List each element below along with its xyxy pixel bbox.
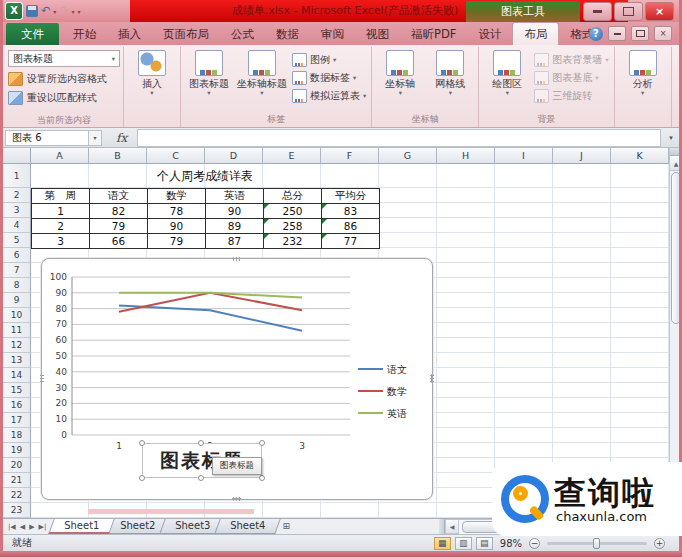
row-header-10[interactable]: 10: [3, 308, 31, 323]
cell[interactable]: 250: [264, 204, 322, 219]
row-header-15[interactable]: 15: [3, 383, 31, 398]
column-header-F[interactable]: F: [321, 148, 379, 164]
axes-button[interactable]: 坐标轴 ▾: [375, 48, 425, 97]
title-handle[interactable]: [198, 440, 204, 446]
ribbon-tab-公式[interactable]: 公式: [220, 23, 265, 45]
row-header-1[interactable]: 1: [3, 164, 31, 188]
column-header-A[interactable]: A: [31, 148, 89, 164]
zoom-in-button[interactable]: +: [654, 538, 665, 549]
column-header-B[interactable]: B: [89, 148, 147, 164]
row-header-11[interactable]: 11: [3, 323, 31, 338]
cell[interactable]: 232: [264, 234, 322, 249]
row-header-21[interactable]: 21: [3, 473, 31, 488]
cell[interactable]: 第 周: [32, 189, 90, 204]
cell[interactable]: 79: [90, 219, 148, 234]
cell[interactable]: 83: [322, 204, 380, 219]
cell[interactable]: 79: [148, 234, 206, 249]
name-box[interactable]: 图表 6: [5, 130, 89, 146]
row-header-16[interactable]: 16: [3, 398, 31, 413]
collapse-ribbon-icon[interactable]: ⌃: [578, 30, 584, 38]
row-header-13[interactable]: 13: [3, 353, 31, 368]
last-sheet-icon[interactable]: ▶|: [39, 523, 47, 531]
first-sheet-icon[interactable]: |◀: [8, 523, 16, 531]
column-header-K[interactable]: K: [611, 148, 669, 164]
sheet-tab-Sheet1[interactable]: Sheet1: [49, 519, 116, 534]
cell[interactable]: 3: [32, 234, 90, 249]
undo-caret-icon[interactable]: ▾: [53, 8, 56, 15]
row-header-3[interactable]: 3: [3, 203, 31, 218]
zoom-level[interactable]: 98%: [500, 538, 522, 549]
select-all-corner[interactable]: [3, 148, 31, 164]
workbook-restore-button[interactable]: [631, 26, 649, 41]
view-normal-button[interactable]: ▦: [434, 537, 451, 550]
chart-frame-handle[interactable]: [232, 257, 241, 261]
row-header-23[interactable]: 23: [3, 503, 31, 518]
data-labels-button[interactable]: 数据标签 ▾: [292, 71, 366, 85]
next-sheet-icon[interactable]: ▶: [29, 523, 34, 531]
zoom-slider[interactable]: [547, 542, 647, 545]
column-header-J[interactable]: J: [553, 148, 611, 164]
cell[interactable]: 平均分: [322, 189, 380, 204]
cell[interactable]: 66: [90, 234, 148, 249]
name-box-caret-icon[interactable]: ▾: [89, 130, 102, 146]
cell[interactable]: 2: [32, 219, 90, 234]
row-header-9[interactable]: 9: [3, 293, 31, 308]
chart-title-button[interactable]: 图表标题 ▾: [184, 48, 234, 97]
row-header-20[interactable]: 20: [3, 458, 31, 473]
row-header-7[interactable]: 7: [3, 263, 31, 278]
ribbon-tab-设计[interactable]: 设计: [467, 23, 512, 45]
chart-object[interactable]: 0102030405060708090100123语文数学英语 图表标题 图表标…: [41, 258, 433, 500]
minimize-button[interactable]: [583, 2, 612, 21]
cell[interactable]: 90: [148, 219, 206, 234]
row-header-4[interactable]: 4: [3, 218, 31, 233]
row-header-5[interactable]: 5: [3, 233, 31, 248]
row-header-22[interactable]: 22: [3, 488, 31, 503]
column-header-E[interactable]: E: [263, 148, 321, 164]
ribbon-tab-数据[interactable]: 数据: [265, 23, 310, 45]
ribbon-tab-文件[interactable]: 文件: [6, 23, 59, 45]
series-语文[interactable]: [119, 305, 302, 330]
prev-sheet-icon[interactable]: ◀: [20, 523, 25, 531]
chart-frame-handle[interactable]: [232, 497, 241, 501]
axis-titles-button[interactable]: 坐标轴标题 ▾: [234, 48, 290, 97]
save-icon[interactable]: [26, 5, 38, 17]
zoom-slider-thumb[interactable]: [593, 538, 600, 549]
row-header-19[interactable]: 19: [3, 443, 31, 458]
title-handle[interactable]: [139, 475, 145, 481]
row-header-8[interactable]: 8: [3, 278, 31, 293]
cell[interactable]: 78: [148, 204, 206, 219]
sheet-title-cell[interactable]: 个人周考成绩详表: [89, 164, 321, 188]
legend-button[interactable]: 图例 ▾: [292, 53, 366, 67]
workbook-minimize-button[interactable]: [608, 26, 626, 41]
insert-function-icon[interactable]: fx: [116, 131, 127, 145]
legend-label[interactable]: 语文: [387, 364, 407, 375]
row-header-17[interactable]: 17: [3, 413, 31, 428]
workbook-close-button[interactable]: ×: [654, 26, 672, 41]
legend-label[interactable]: 英语: [387, 408, 407, 419]
cell[interactable]: 86: [322, 219, 380, 234]
view-page-layout-button[interactable]: ▥: [455, 537, 472, 550]
ribbon-tab-审阅[interactable]: 审阅: [310, 23, 355, 45]
chart-frame-handle[interactable]: [430, 374, 434, 383]
column-header-G[interactable]: G: [379, 148, 437, 164]
column-header-C[interactable]: C: [147, 148, 205, 164]
gridlines-button[interactable]: 网格线 ▾: [425, 48, 475, 97]
series-英语[interactable]: [119, 293, 302, 298]
title-handle[interactable]: [259, 440, 265, 446]
chart-elements-dropdown[interactable]: 图表标题 ▾: [8, 50, 120, 67]
cell[interactable]: 1: [32, 204, 90, 219]
formula-input[interactable]: [137, 129, 661, 147]
close-button[interactable]: ×: [645, 2, 674, 21]
maximize-button[interactable]: [614, 2, 643, 21]
column-header-H[interactable]: H: [437, 148, 495, 164]
ribbon-tab-福昕PDF[interactable]: 福昕PDF: [400, 23, 467, 45]
sheet-tab-Sheet4[interactable]: Sheet4: [214, 519, 281, 534]
ribbon-tab-视图[interactable]: 视图: [355, 23, 400, 45]
legend-label[interactable]: 数学: [386, 386, 407, 397]
cell[interactable]: 258: [264, 219, 322, 234]
cell[interactable]: 77: [322, 234, 380, 249]
expand-formula-bar-icon[interactable]: ▾: [665, 134, 677, 142]
ribbon-tab-页面布局[interactable]: 页面布局: [152, 23, 220, 45]
row-header-6[interactable]: 6: [3, 248, 31, 263]
zoom-out-button[interactable]: −: [529, 538, 540, 549]
